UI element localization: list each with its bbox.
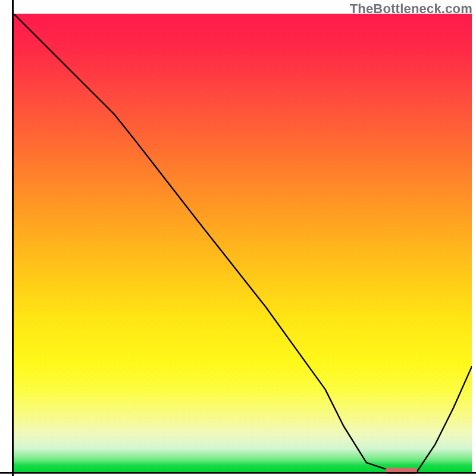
bottleneck-curve [14,14,472,472]
plot-area [14,14,472,472]
watermark-text: TheBottleneck.com [350,1,472,17]
x-axis [0,472,476,474]
curve-layer [14,14,472,472]
chart-frame: TheBottleneck.com [0,0,476,476]
y-axis [12,0,14,476]
